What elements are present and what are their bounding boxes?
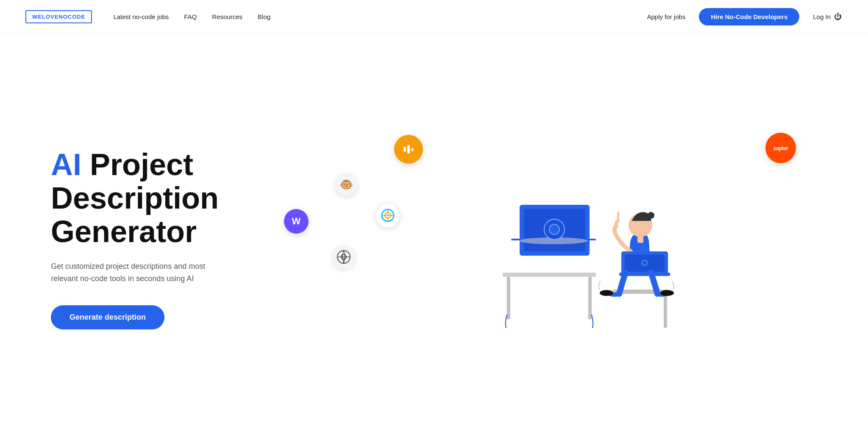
svg-rect-2 (411, 148, 414, 151)
hero-subtitle: Get customized project descriptions and … (51, 260, 212, 285)
svg-line-24 (618, 212, 618, 221)
hero-left: AI ProjectDescriptionGenerator Get custo… (51, 148, 271, 329)
svg-rect-1 (407, 145, 410, 153)
airtable-icon (375, 203, 401, 228)
svg-point-18 (549, 224, 559, 234)
svg-rect-11 (507, 277, 510, 319)
apply-for-jobs-link[interactable]: Apply for jobs (647, 13, 686, 20)
login-link[interactable]: Log In ⏻ (813, 12, 843, 22)
hero-title: AI ProjectDescriptionGenerator (51, 148, 271, 249)
generate-description-button[interactable]: Generate description (51, 305, 164, 329)
nav-link-blog[interactable]: Blog (258, 13, 270, 20)
svg-rect-10 (503, 273, 596, 277)
svg-point-22 (648, 212, 654, 219)
svg-point-28 (642, 260, 647, 265)
svg-rect-20 (664, 294, 667, 328)
svg-rect-0 (403, 147, 406, 152)
wordpress-icon (332, 245, 356, 269)
svg-rect-12 (588, 277, 592, 319)
nav-right: Apply for jobs Hire No-Code Developers L… (647, 8, 843, 25)
login-label: Log In (813, 13, 831, 20)
hero-illustration-svg (469, 162, 689, 357)
login-icon: ⏻ (833, 12, 843, 22)
mailchimp-icon: 🐵 (335, 173, 358, 196)
nav-links: Latest no-code jobs FAQ Resources Blog (113, 13, 647, 20)
hire-developers-button[interactable]: Hire No-Code Developers (699, 8, 799, 25)
hero-title-ai: AI (51, 148, 81, 181)
nav-link-faq[interactable]: FAQ (184, 13, 197, 20)
svg-rect-23 (637, 234, 643, 243)
svg-point-29 (600, 290, 613, 296)
logo[interactable]: WELOVENOCODE (25, 10, 92, 23)
make-icon (394, 135, 423, 164)
navbar: WELOVENOCODE Latest no-code jobs FAQ Res… (0, 0, 868, 34)
hero-section: AI ProjectDescriptionGenerator Get custo… (0, 34, 868, 435)
zapier-icon: zapier (765, 133, 796, 163)
nav-link-resources[interactable]: Resources (212, 13, 242, 20)
svg-point-30 (660, 290, 674, 296)
webflow-icon: W (284, 209, 309, 234)
nav-link-jobs[interactable]: Latest no-code jobs (113, 13, 169, 20)
hero-illustration: W 🐵 zapier (271, 112, 843, 366)
